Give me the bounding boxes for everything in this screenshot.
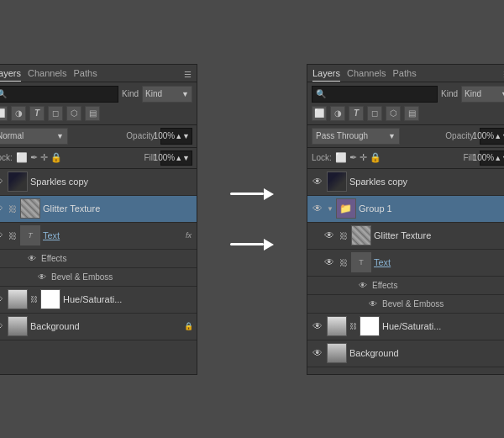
left-layer-bg[interactable]: 👁 Background 🔒	[0, 314, 197, 340]
lock-move-icon[interactable]: ✛	[40, 152, 48, 163]
right-link-text: ⛓	[339, 258, 349, 267]
thumb-hue	[8, 289, 28, 309]
eye-bevel[interactable]: 👁	[35, 270, 49, 283]
link-text: ⛓	[8, 231, 18, 240]
right-layer-group[interactable]: 👁 ▼ 📁 Group 1	[307, 196, 504, 223]
left-text-fx: fx	[186, 231, 192, 240]
left-fill-value[interactable]: 100% ▲▼	[160, 150, 192, 166]
right-layer-hue[interactable]: 👁 ⛓ Hue/Saturati...	[307, 314, 504, 340]
lock-paint-icon[interactable]: ✒	[30, 152, 38, 163]
left-panel: Layers Channels Paths ☰ 🔍 Kind Kind ▼ ⬜ …	[0, 64, 197, 375]
right-lock-all[interactable]: 🔒	[370, 152, 381, 163]
right-eye-glitter[interactable]: 👁	[323, 229, 336, 242]
right-tab-channels[interactable]: Channels	[347, 68, 386, 82]
right-smartobj-icon[interactable]: ⬡	[386, 106, 401, 121]
right-shape-icon[interactable]: ◻	[367, 106, 382, 121]
right-pixel-icon[interactable]: ⬜	[312, 106, 327, 121]
chain-hue: ⛓	[30, 295, 38, 303]
right-toolbar: 🔍 Kind Kind ▼ ⬜ ◑ T ◻ ⬡ ▤	[307, 82, 504, 125]
right-layer-sparkles[interactable]: 👁 Sparkles copy	[307, 169, 504, 196]
right-hue-name: Hue/Saturati...	[382, 321, 504, 331]
right-search-box[interactable]: 🔍	[312, 86, 438, 103]
left-tab-channels[interactable]: Channels	[28, 68, 66, 82]
left-layer-sparkles[interactable]: 👁 Sparkles copy	[0, 169, 197, 196]
right-panel: Layers Channels Paths ☰ 🔍 Kind Kind ▼ ⬜ …	[307, 64, 504, 375]
right-panel-header: Layers Channels Paths ☰	[307, 65, 504, 82]
group-expand-arrow[interactable]: ▼	[327, 205, 333, 213]
right-fill-value[interactable]: 100% ▲▼	[480, 150, 504, 166]
right-lock-move[interactable]: ✛	[360, 152, 367, 163]
eye-sparkles[interactable]: 👁	[0, 175, 5, 188]
right-thumb-hue	[327, 316, 347, 336]
type-icon[interactable]: T	[29, 106, 45, 121]
eye-glitter[interactable]: 👁	[0, 202, 5, 215]
right-eye-bg[interactable]: 👁	[311, 346, 324, 360]
right-bevel-item[interactable]: 👁 Bevel & Emboss	[307, 295, 504, 314]
left-bevel-item[interactable]: 👁 Bevel & Emboss	[0, 268, 197, 287]
right-eye-effects[interactable]: 👁	[356, 278, 370, 292]
right-opacity-number: 100%	[473, 131, 495, 140]
right-effects-item[interactable]: 👁 Effects	[307, 277, 504, 295]
left-panel-menu-icon[interactable]: ☰	[184, 70, 192, 79]
right-lock-transparent[interactable]: ⬜	[335, 152, 347, 163]
smartobj-icon[interactable]: ⬡	[66, 106, 81, 121]
right-blend-select[interactable]: Pass Through ▼	[312, 128, 400, 145]
left-effects-label: Effects	[41, 254, 66, 263]
more-icon[interactable]: ▤	[85, 106, 100, 121]
right-eye-text[interactable]: 👁	[323, 256, 336, 269]
kind-select[interactable]: Kind ▼	[142, 86, 192, 103]
kind-value: Kind	[145, 89, 162, 98]
right-layer-text[interactable]: 👁 ⛓ T Text fx	[307, 250, 504, 277]
left-search-box[interactable]: 🔍	[0, 86, 118, 103]
left-tab-paths[interactable]: Paths	[74, 68, 97, 82]
adjustment-icon[interactable]: ◑	[11, 106, 26, 121]
right-kind-select[interactable]: Kind ▼	[461, 86, 504, 103]
left-panel-header: Layers Channels Paths ☰	[0, 65, 197, 82]
right-chain-hue: ⛓	[349, 322, 357, 330]
left-toolbar: 🔍 Kind Kind ▼ ⬜ ◑ T ◻ ⬡ ▤	[0, 82, 197, 125]
right-blend-arrow: ▼	[388, 132, 396, 140]
right-more-icon[interactable]: ▤	[404, 106, 419, 121]
right-blend-value: Pass Through	[316, 131, 368, 140]
left-sparkles-name: Sparkles copy	[30, 177, 193, 187]
left-blend-select[interactable]: Normal ▼	[0, 128, 68, 145]
eye-bg[interactable]: 👁	[0, 319, 5, 333]
right-layer-bg[interactable]: 👁 Background 🔒	[307, 340, 504, 367]
right-opacity-label: Opacity:	[445, 131, 476, 140]
eye-effects[interactable]: 👁	[25, 251, 39, 265]
right-layer-glitter[interactable]: 👁 ⛓ Glitter Texture	[307, 223, 504, 250]
left-layer-hue[interactable]: 👁 ⛓ Hue/Saturati...	[0, 287, 197, 314]
right-eye-group[interactable]: 👁	[311, 202, 324, 215]
lock-transparent-icon[interactable]: ⬜	[16, 152, 28, 163]
arrow-bottom	[230, 239, 274, 251]
left-opacity-value[interactable]: 100% ▲▼	[160, 128, 192, 145]
lock-all-icon[interactable]: 🔒	[50, 152, 62, 163]
left-fill-number: 100%	[154, 153, 176, 162]
left-lock-row: Lock: ⬜ ✒ ✛ 🔒 Fill: 100% ▲▼	[0, 148, 197, 169]
left-tab-layers[interactable]: Layers	[0, 68, 21, 82]
right-lock-paint[interactable]: ✒	[349, 152, 357, 163]
right-opacity-value[interactable]: 100% ▲▼	[480, 128, 504, 145]
left-layer-text[interactable]: 👁 ⛓ T Text fx	[0, 223, 197, 250]
right-eye-bevel[interactable]: 👁	[366, 297, 380, 310]
right-eye-sparkles[interactable]: 👁	[311, 175, 324, 188]
right-sparkles-name: Sparkles copy	[349, 177, 504, 187]
right-tab-paths[interactable]: Paths	[393, 68, 417, 82]
right-kind-value: Kind	[465, 89, 481, 98]
blend-value: Normal	[0, 131, 24, 140]
right-tab-layers[interactable]: Layers	[312, 68, 340, 82]
left-layer-glitter[interactable]: 👁 ⛓ Glitter Texture	[0, 196, 197, 223]
search-icon: 🔍	[0, 89, 7, 98]
thumb-text: T	[20, 225, 40, 245]
eye-hue[interactable]: 👁	[0, 293, 5, 306]
left-lock-icons: ⬜ ✒ ✛ 🔒	[16, 152, 62, 163]
left-effects-item[interactable]: 👁 Effects	[0, 250, 197, 268]
shape-icon[interactable]: ◻	[48, 106, 63, 121]
eye-text[interactable]: 👁	[0, 229, 5, 242]
right-type-icon[interactable]: T	[349, 106, 364, 121]
right-adjustment-icon[interactable]: ◑	[330, 106, 345, 121]
right-eye-hue[interactable]: 👁	[311, 319, 324, 333]
pixel-icon[interactable]: ⬜	[0, 106, 8, 121]
right-thumb-sparkles	[327, 172, 347, 192]
right-thumb-bg	[327, 343, 347, 363]
